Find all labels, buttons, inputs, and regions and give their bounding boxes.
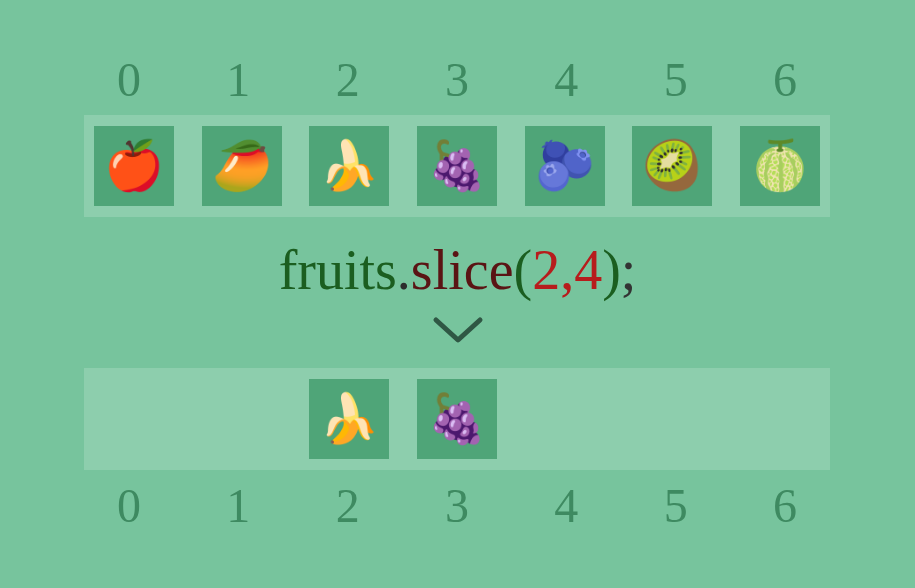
- code-arguments: 2,4: [532, 239, 602, 301]
- banana-icon: 🍌: [319, 142, 379, 190]
- source-array-track: 🍎 🥭 🍌 🍇 🫐 🥝 🍈: [84, 115, 830, 217]
- result-cell-banana: 🍌: [309, 379, 389, 459]
- array-cell-grapes: 🍇: [417, 126, 497, 206]
- index-label: 4: [526, 52, 606, 107]
- array-cell-mango: 🥭: [202, 126, 282, 206]
- index-label: 0: [89, 478, 169, 533]
- blueberries-icon: 🫐: [535, 142, 595, 190]
- array-cell-banana: 🍌: [309, 126, 389, 206]
- index-label: 3: [417, 52, 497, 107]
- code-open-paren: (: [513, 239, 532, 301]
- result-cell-empty: [525, 379, 605, 459]
- code-method: slice: [411, 239, 514, 301]
- index-label: 4: [526, 478, 606, 533]
- index-label: 5: [636, 52, 716, 107]
- grapes-icon: 🍇: [427, 142, 487, 190]
- banana-icon: 🍌: [319, 395, 379, 443]
- indices-row-top: 0 1 2 3 4 5 6: [84, 52, 830, 107]
- result-array-track: 🍌 🍇: [84, 368, 830, 470]
- indices-row-bottom: 0 1 2 3 4 5 6: [84, 478, 830, 533]
- index-label: 6: [745, 478, 825, 533]
- array-cell-blueberries: 🫐: [525, 126, 605, 206]
- array-cell-papaya: 🍈: [740, 126, 820, 206]
- result-cell-empty: [94, 379, 174, 459]
- code-dot: .: [397, 239, 411, 301]
- code-variable: fruits: [279, 239, 397, 301]
- papaya-icon: 🍈: [750, 142, 810, 190]
- apple-icon: 🍎: [104, 142, 164, 190]
- array-cell-apple: 🍎: [94, 126, 174, 206]
- index-label: 2: [308, 478, 388, 533]
- index-label: 2: [308, 52, 388, 107]
- grapes-icon: 🍇: [427, 395, 487, 443]
- kiwi-icon: 🥝: [642, 142, 702, 190]
- code-expression: fruits.slice(2,4);: [0, 238, 915, 302]
- result-cell-empty: [632, 379, 712, 459]
- result-cell-empty: [202, 379, 282, 459]
- index-label: 6: [745, 52, 825, 107]
- index-label: 0: [89, 52, 169, 107]
- index-label: 1: [198, 478, 278, 533]
- array-cell-kiwi: 🥝: [632, 126, 712, 206]
- chevron-down-icon: [0, 314, 915, 352]
- index-label: 5: [636, 478, 716, 533]
- code-close-paren: ): [602, 239, 621, 301]
- result-cell-grapes: 🍇: [417, 379, 497, 459]
- mango-icon: 🥭: [212, 142, 272, 190]
- result-cell-empty: [740, 379, 820, 459]
- index-label: 3: [417, 478, 497, 533]
- index-label: 1: [198, 52, 278, 107]
- code-semicolon: ;: [621, 239, 637, 301]
